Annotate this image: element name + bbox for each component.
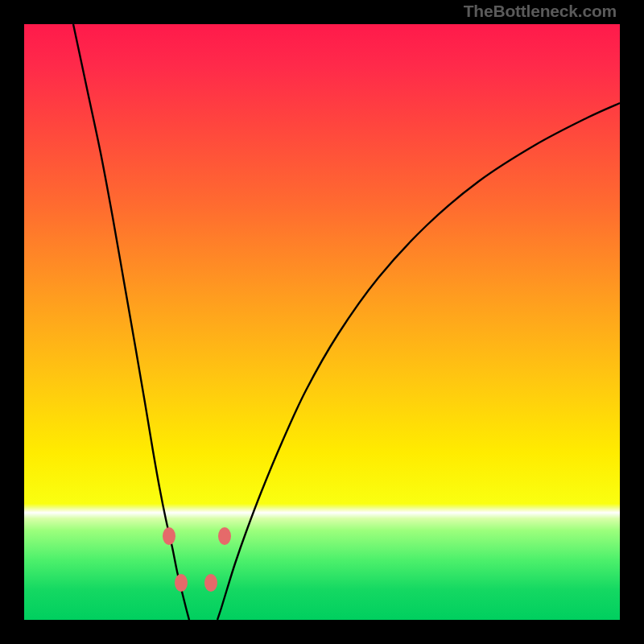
floor-marker xyxy=(175,574,188,592)
floor-marker xyxy=(163,527,175,545)
floor-markers xyxy=(163,527,231,592)
right-curve xyxy=(217,103,620,620)
floor-marker xyxy=(218,527,231,545)
attribution-text: TheBottleneck.com xyxy=(464,2,617,21)
curve-layer xyxy=(24,24,620,620)
figure-root: TheBottleneck.com xyxy=(0,0,644,644)
floor-marker xyxy=(204,574,217,592)
plot-area xyxy=(24,24,620,620)
